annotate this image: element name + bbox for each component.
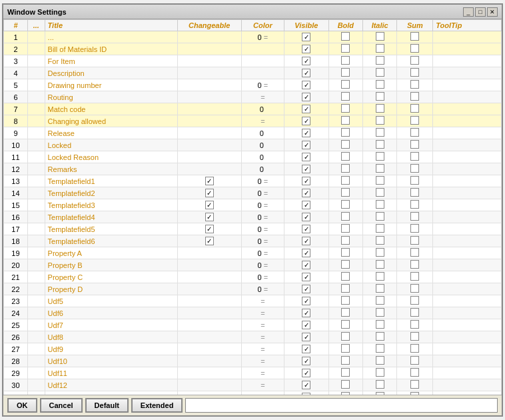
row-changeable[interactable]: [177, 103, 241, 115]
row-visible[interactable]: [284, 187, 328, 199]
row-visible[interactable]: [284, 343, 328, 355]
row-visible[interactable]: [284, 67, 328, 79]
bold-checkbox[interactable]: [341, 80, 350, 89]
row-changeable[interactable]: [177, 211, 241, 223]
sum-checkbox[interactable]: [410, 200, 419, 209]
row-visible[interactable]: [284, 103, 328, 115]
row-changeable[interactable]: [177, 307, 241, 319]
row-italic[interactable]: [363, 91, 397, 103]
row-changeable[interactable]: [177, 343, 241, 355]
row-bold[interactable]: [328, 67, 362, 79]
bold-checkbox[interactable]: [341, 140, 350, 149]
row-visible[interactable]: [284, 211, 328, 223]
row-italic[interactable]: [363, 319, 397, 331]
italic-checkbox[interactable]: [376, 164, 384, 173]
row-bold[interactable]: [328, 115, 362, 127]
row-italic[interactable]: [363, 271, 397, 283]
italic-checkbox[interactable]: [376, 296, 384, 305]
row-bold[interactable]: [328, 283, 362, 295]
row-bold[interactable]: [328, 307, 362, 319]
italic-checkbox[interactable]: [376, 80, 384, 89]
italic-checkbox[interactable]: [376, 200, 384, 209]
row-visible[interactable]: [284, 223, 328, 235]
row-italic[interactable]: [363, 115, 397, 127]
sum-checkbox[interactable]: [410, 68, 419, 77]
sum-checkbox[interactable]: [410, 236, 419, 245]
row-changeable[interactable]: [177, 355, 241, 367]
row-italic[interactable]: [363, 67, 397, 79]
italic-checkbox[interactable]: [376, 368, 384, 377]
row-italic[interactable]: [363, 283, 397, 295]
row-bold[interactable]: [328, 331, 362, 343]
row-changeable[interactable]: [177, 235, 241, 247]
visible-checkbox[interactable]: [302, 345, 310, 353]
row-sum[interactable]: [397, 223, 433, 235]
row-bold[interactable]: [328, 127, 362, 139]
row-sum[interactable]: [397, 199, 433, 211]
row-italic[interactable]: [363, 79, 397, 91]
row-sum[interactable]: [397, 187, 433, 199]
extended-button[interactable]: Extended: [131, 398, 183, 413]
bold-checkbox[interactable]: [341, 332, 350, 341]
bold-checkbox[interactable]: [341, 284, 350, 293]
row-changeable[interactable]: [177, 247, 241, 259]
row-sum[interactable]: [397, 355, 433, 367]
cancel-button[interactable]: Cancel: [40, 398, 83, 413]
visible-checkbox[interactable]: [302, 93, 310, 101]
default-button[interactable]: Default: [85, 398, 129, 413]
sum-checkbox[interactable]: [410, 356, 419, 365]
italic-checkbox[interactable]: [376, 116, 384, 125]
close-button[interactable]: ✕: [487, 7, 498, 17]
row-italic[interactable]: [363, 103, 397, 115]
row-italic[interactable]: [363, 151, 397, 163]
row-changeable[interactable]: [177, 283, 241, 295]
visible-checkbox[interactable]: [302, 261, 310, 269]
bold-checkbox[interactable]: [341, 68, 350, 77]
changeable-checkbox[interactable]: [205, 201, 214, 209]
row-bold[interactable]: [328, 55, 362, 67]
row-italic[interactable]: [363, 331, 397, 343]
row-bold[interactable]: [328, 139, 362, 151]
row-sum[interactable]: [397, 331, 433, 343]
row-bold[interactable]: [328, 211, 362, 223]
row-visible[interactable]: [284, 199, 328, 211]
row-changeable[interactable]: [177, 43, 241, 55]
bold-checkbox[interactable]: [341, 44, 350, 53]
visible-checkbox[interactable]: [302, 141, 310, 149]
row-italic[interactable]: [363, 139, 397, 151]
visible-checkbox[interactable]: [302, 201, 310, 209]
row-bold[interactable]: [328, 223, 362, 235]
bold-checkbox[interactable]: [341, 236, 350, 245]
footer-textbox[interactable]: [185, 398, 498, 413]
row-changeable[interactable]: [177, 223, 241, 235]
row-visible[interactable]: [284, 307, 328, 319]
row-visible[interactable]: [284, 259, 328, 271]
table-container[interactable]: # ... Title Changeable Color Visible Bol…: [3, 19, 502, 395]
row-changeable[interactable]: [177, 331, 241, 343]
sum-checkbox[interactable]: [410, 380, 419, 389]
italic-checkbox[interactable]: [376, 92, 384, 101]
row-bold[interactable]: [328, 367, 362, 379]
row-visible[interactable]: [284, 151, 328, 163]
sum-checkbox[interactable]: [410, 260, 419, 269]
italic-checkbox[interactable]: [376, 308, 384, 317]
visible-checkbox[interactable]: [302, 57, 310, 65]
italic-checkbox[interactable]: [376, 140, 384, 149]
sum-checkbox[interactable]: [410, 296, 419, 305]
row-bold[interactable]: [328, 43, 362, 55]
bold-checkbox[interactable]: [341, 152, 350, 161]
sum-checkbox[interactable]: [410, 308, 419, 317]
italic-checkbox[interactable]: [376, 188, 384, 197]
visible-checkbox[interactable]: [302, 45, 310, 53]
italic-checkbox[interactable]: [376, 56, 384, 65]
row-changeable[interactable]: [177, 259, 241, 271]
visible-checkbox[interactable]: [302, 237, 310, 245]
row-italic[interactable]: [363, 211, 397, 223]
visible-checkbox[interactable]: [302, 105, 310, 113]
sum-checkbox[interactable]: [410, 224, 419, 233]
row-italic[interactable]: [363, 223, 397, 235]
sum-checkbox[interactable]: [410, 344, 419, 353]
visible-checkbox[interactable]: [302, 249, 310, 257]
row-italic[interactable]: [363, 55, 397, 67]
minimize-button[interactable]: _: [463, 7, 474, 17]
